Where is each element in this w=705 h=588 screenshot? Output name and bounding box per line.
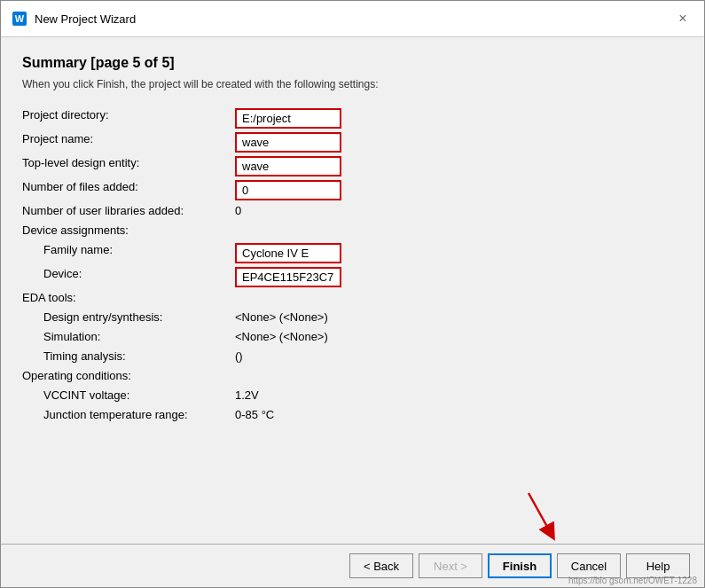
- project-name-value: wave: [235, 132, 683, 153]
- family-name-row: Family name: Cyclone IV E: [22, 241, 683, 265]
- num-files-value: 0: [235, 180, 683, 200]
- eda-tools-row: EDA tools:: [22, 289, 683, 309]
- help-button[interactable]: Help: [626, 553, 690, 578]
- num-libraries-label: Number of user libraries added:: [22, 204, 235, 217]
- project-directory-row: Project directory: E:/project: [22, 106, 683, 130]
- top-level-value: wave: [235, 156, 683, 176]
- vccint-value: 1.2V: [235, 388, 683, 402]
- design-entry-label: Design entry/synthesis:: [22, 310, 235, 324]
- top-level-row: Top-level design entity: wave: [22, 154, 683, 178]
- device-assignments-label: Device assignments:: [22, 223, 235, 237]
- svg-text:W: W: [15, 13, 25, 24]
- close-button[interactable]: ×: [672, 8, 693, 29]
- new-project-wizard-dialog: W New Project Wizard × Summary [page 5 o…: [0, 0, 705, 588]
- top-level-label: Top-level design entity:: [22, 156, 235, 169]
- dialog-title: New Project Wizard: [35, 12, 136, 26]
- simulation-row: Simulation: <None> (<None>): [22, 328, 683, 348]
- project-directory-label: Project directory:: [22, 108, 235, 122]
- junction-row: Junction temperature range: 0-85 °C: [22, 406, 683, 426]
- finish-button[interactable]: Finish: [488, 553, 552, 578]
- simulation-value: <None> (<None>): [235, 330, 683, 343]
- junction-value: 0-85 °C: [235, 408, 683, 421]
- settings-table: Project directory: E:/project Project na…: [22, 106, 683, 426]
- project-directory-value: E:/project: [235, 108, 683, 129]
- watermark: https://blo gsom.net/OWET-1228: [568, 576, 697, 585]
- num-files-row: Number of files added: 0: [22, 178, 683, 202]
- device-row: Device: EP4CE115F23C7: [22, 265, 683, 289]
- content-area: Summary [page 5 of 5] When you click Fin…: [1, 37, 704, 544]
- vccint-label: VCCINT voltage:: [22, 388, 235, 402]
- design-entry-row: Design entry/synthesis: <None> (<None>): [22, 309, 683, 328]
- num-libraries-row: Number of user libraries added: 0: [22, 202, 683, 222]
- project-directory-highlight: E:/project: [235, 108, 341, 129]
- operating-label: Operating conditions:: [22, 369, 235, 382]
- title-bar: W New Project Wizard ×: [1, 1, 704, 37]
- timing-value: (): [235, 349, 683, 363]
- vccint-row: VCCINT voltage: 1.2V: [22, 387, 683, 406]
- num-files-label: Number of files added:: [22, 180, 235, 193]
- device-label: Device:: [22, 267, 235, 280]
- device-value: EP4CE115F23C7: [235, 267, 683, 287]
- junction-label: Junction temperature range:: [22, 408, 235, 421]
- project-name-label: Project name:: [22, 132, 235, 145]
- family-name-label: Family name:: [22, 243, 235, 256]
- device-highlight: EP4CE115F23C7: [235, 267, 341, 287]
- footer: < Back Next > Finish Cancel Help https:/…: [1, 544, 704, 587]
- cancel-button[interactable]: Cancel: [557, 553, 621, 578]
- subtitle: When you click Finish, the project will …: [22, 78, 683, 90]
- operating-row: Operating conditions:: [22, 367, 683, 387]
- num-libraries-value: 0: [235, 204, 683, 217]
- back-button[interactable]: < Back: [349, 553, 413, 578]
- eda-tools-label: EDA tools:: [22, 291, 235, 304]
- project-name-row: Project name: wave: [22, 130, 683, 154]
- timing-row: Timing analysis: (): [22, 348, 683, 367]
- wizard-icon: W: [12, 11, 27, 27]
- simulation-label: Simulation:: [22, 330, 235, 343]
- device-assignments-row: Device assignments:: [22, 222, 683, 241]
- page-heading: Summary [page 5 of 5]: [22, 55, 683, 71]
- num-files-highlight: 0: [235, 180, 341, 200]
- next-button[interactable]: Next >: [419, 553, 482, 578]
- project-name-highlight: wave: [235, 132, 341, 153]
- title-bar-left: W New Project Wizard: [12, 11, 136, 27]
- top-level-highlight: wave: [235, 156, 341, 176]
- family-name-value: Cyclone IV E: [235, 243, 683, 263]
- design-entry-value: <None> (<None>): [235, 310, 683, 324]
- timing-label: Timing analysis:: [22, 349, 235, 363]
- family-name-highlight: Cyclone IV E: [235, 243, 341, 263]
